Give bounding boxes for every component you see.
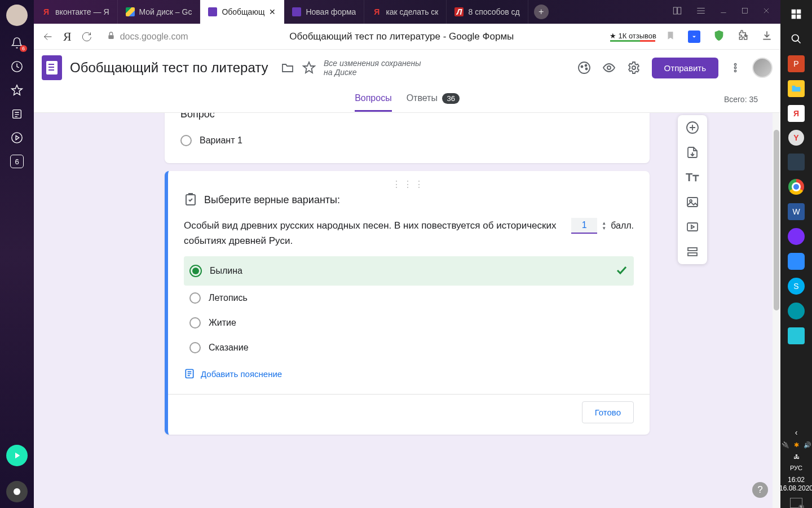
url-text: docs.google.com [120, 32, 188, 42]
star-icon[interactable] [10, 84, 24, 97]
search-icon[interactable] [788, 30, 805, 47]
maximize-icon[interactable] [741, 7, 749, 17]
extensions-icon[interactable] [738, 30, 749, 43]
answer-row[interactable]: Сказание [184, 335, 634, 360]
tab-questions[interactable]: Вопросы [355, 86, 392, 112]
tab-liveinternet[interactable]: Л 8 способов сд [447, 0, 528, 24]
cyan-app-icon[interactable] [788, 327, 805, 344]
play-circle-icon[interactable] [10, 131, 24, 144]
app-icon[interactable] [788, 154, 805, 170]
form-title-input[interactable] [70, 60, 273, 76]
chrome-icon[interactable] [788, 178, 805, 195]
tray-volume-icon[interactable]: 🔊 [804, 441, 811, 449]
answer-row[interactable]: Летопись [184, 286, 634, 310]
answer-key-header: Выберите верные варианты: [184, 193, 634, 207]
yandex-app-icon[interactable]: Я [788, 105, 805, 122]
more-icon[interactable] [730, 62, 741, 73]
media-app-icon[interactable] [6, 445, 28, 466]
tab-vkontakte[interactable]: Я вконтакте — Я [34, 0, 118, 24]
svg-point-16 [734, 70, 736, 72]
tray-usb-icon[interactable]: 🔌 [782, 441, 789, 449]
rating-bar [610, 40, 655, 42]
add-video-icon[interactable] [686, 220, 699, 234]
add-explanation-button[interactable]: Добавить пояснение [184, 360, 634, 387]
tab-count-badge[interactable]: 6 [10, 155, 24, 168]
points-input[interactable] [571, 218, 597, 234]
add-title-icon[interactable]: Tᴛ [686, 170, 699, 184]
add-section-icon[interactable] [686, 245, 699, 259]
close-icon[interactable]: ✕ [269, 7, 276, 16]
purple-app-icon[interactable] [788, 228, 805, 245]
drag-handle-icon[interactable]: ⋮⋮⋮ [184, 179, 634, 190]
new-tab-button[interactable]: + [534, 5, 549, 19]
points-stepper[interactable]: ▲▼ [602, 221, 606, 231]
tab-forms-active[interactable]: Обобщающ ✕ [200, 0, 284, 24]
bell-icon[interactable]: 6 [10, 36, 24, 50]
star-outline-icon[interactable] [302, 61, 316, 75]
svg-rect-26 [797, 10, 801, 14]
floating-toolbar: Tᴛ [678, 115, 707, 264]
tray-network-icon[interactable]: 🖧 [793, 453, 800, 460]
add-image-icon[interactable] [686, 195, 699, 209]
svg-rect-24 [688, 253, 697, 256]
alice-icon[interactable] [6, 481, 28, 502]
tab-new-form[interactable]: Новая форма [284, 0, 364, 24]
menu-icon[interactable] [696, 6, 706, 18]
palette-icon[interactable] [577, 61, 591, 75]
question-card-prev[interactable]: Вопрос Вариант 1 [165, 113, 650, 163]
download-manager-icon[interactable] [688, 30, 700, 43]
shield-icon[interactable] [713, 29, 725, 44]
history-icon[interactable] [10, 60, 24, 73]
yandex-browser-icon[interactable]: Y [788, 130, 804, 146]
collections-icon[interactable] [10, 107, 24, 121]
close-window-icon[interactable] [762, 7, 770, 17]
address-box[interactable]: docs.google.com [101, 29, 194, 45]
tab-drive[interactable]: Мой диск – Gс [118, 0, 201, 24]
tab-screenshot-search[interactable]: Я как сделать ск [364, 0, 447, 24]
scrollbar-thumb[interactable] [774, 130, 779, 310]
action-center-icon[interactable]: 1 [790, 498, 802, 508]
file-explorer-icon[interactable] [788, 80, 805, 97]
tray-chevron-icon[interactable]: ‹ [795, 428, 798, 437]
answer-row[interactable]: Житие [184, 310, 634, 335]
zoom-icon[interactable] [788, 253, 805, 270]
help-button[interactable]: ? [752, 482, 768, 498]
downloads-icon[interactable] [761, 30, 773, 43]
tab-responses[interactable]: Ответы 36 [407, 86, 460, 112]
powerpoint-icon[interactable]: P [788, 55, 805, 72]
window-controls [672, 6, 780, 18]
back-icon[interactable] [42, 30, 54, 43]
rating-widget[interactable]: ★ 1К отзывов [610, 32, 656, 42]
send-button[interactable]: Отправить [652, 58, 718, 78]
svg-rect-28 [797, 15, 801, 19]
word-icon[interactable]: W [788, 203, 805, 220]
bookmark-icon[interactable] [665, 30, 676, 43]
svg-point-14 [734, 64, 736, 65]
radio-empty-icon[interactable] [180, 135, 192, 146]
preview-icon[interactable] [602, 61, 616, 75]
panel-toggle-icon[interactable] [672, 6, 682, 18]
add-question-icon[interactable] [686, 121, 699, 134]
url-bar: Я docs.google.com Обобщающий тест по лит… [34, 24, 780, 50]
clock[interactable]: 16:02 16.08.2020 [779, 476, 812, 493]
done-button[interactable]: Готово [582, 401, 634, 423]
gear-icon[interactable] [627, 61, 641, 75]
svg-point-11 [585, 68, 587, 70]
language-indicator[interactable]: РУС [790, 465, 802, 471]
start-icon[interactable] [788, 6, 805, 23]
svg-rect-20 [687, 198, 698, 207]
yandex-home-icon[interactable]: Я [63, 29, 72, 44]
tray-avast-icon[interactable]: ✱ [794, 441, 799, 449]
reload-icon[interactable] [81, 31, 92, 42]
import-question-icon[interactable] [686, 146, 699, 159]
teal-app-icon[interactable] [788, 303, 805, 319]
profile-avatar[interactable] [6, 5, 28, 26]
user-avatar[interactable] [752, 58, 773, 78]
folder-icon[interactable] [281, 61, 294, 75]
answer-row-correct[interactable]: Былина [184, 256, 634, 286]
gforms-logo-icon[interactable] [42, 55, 62, 80]
minimize-icon[interactable] [720, 7, 727, 17]
skype-icon[interactable]: S [788, 278, 805, 295]
scrollbar-track[interactable] [773, 113, 780, 508]
prev-option-row[interactable]: Вариант 1 [180, 129, 634, 152]
